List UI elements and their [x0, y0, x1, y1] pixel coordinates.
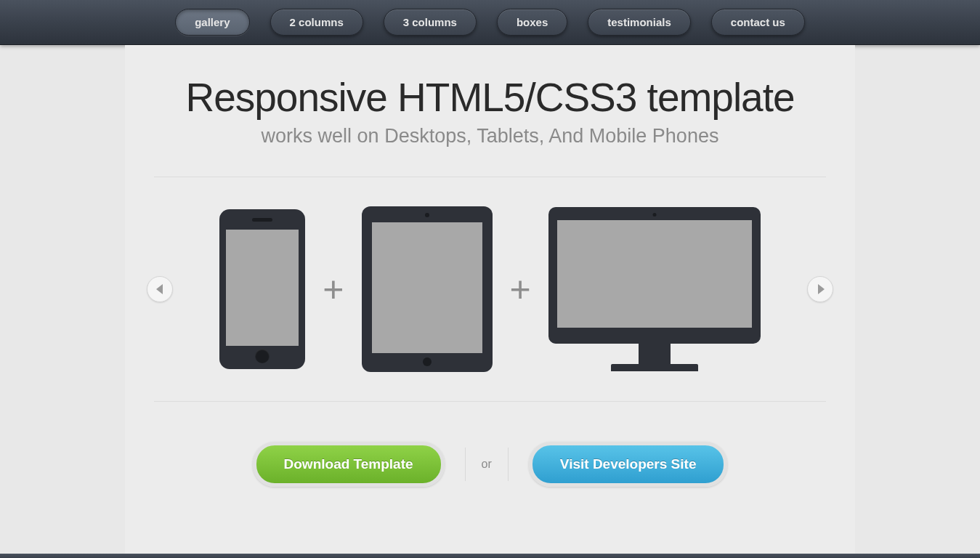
monitor-stand: [639, 344, 671, 364]
device-illustration: + +: [219, 206, 760, 372]
phone-home-button: [255, 349, 270, 363]
nav-2-columns[interactable]: 2 columns: [270, 9, 363, 36]
arrow-left-icon: [156, 284, 163, 294]
nav-3-columns[interactable]: 3 columns: [384, 9, 477, 36]
main-content: Responsive HTML5/CSS3 template works wel…: [125, 45, 855, 554]
nav-contact-us[interactable]: contact us: [711, 9, 805, 36]
nav-gallery[interactable]: gallery: [175, 9, 249, 36]
device-slider: + +: [154, 177, 826, 402]
monitor-body: [548, 207, 761, 344]
tablet-screen: [372, 222, 482, 353]
visit-developers-site-button[interactable]: Visit Developers Site: [529, 442, 728, 487]
arrow-right-icon: [818, 284, 825, 294]
page-subtitle: works well on Desktops, Tablets, And Mob…: [125, 125, 855, 147]
tablet-home-button: [423, 357, 432, 366]
slider-next-button[interactable]: [807, 276, 833, 302]
top-nav: gallery 2 columns 3 columns boxes testim…: [0, 0, 980, 45]
slider-prev-button[interactable]: [147, 276, 173, 302]
cta-row: Download Template or Visit Developers Si…: [125, 442, 855, 487]
monitor-screen: [557, 220, 752, 328]
page-title: Responsive HTML5/CSS3 template: [125, 74, 855, 121]
footer-bar: [0, 554, 980, 558]
phone-screen: [226, 230, 299, 346]
monitor-icon: [548, 207, 761, 371]
nav-boxes[interactable]: boxes: [497, 9, 567, 36]
or-separator: or: [465, 448, 509, 481]
download-template-button[interactable]: Download Template: [253, 442, 445, 487]
nav-testimonials[interactable]: testimonials: [588, 9, 691, 36]
monitor-base: [611, 364, 698, 371]
tablet-icon: [362, 206, 493, 372]
plus-icon: +: [510, 268, 531, 310]
plus-icon: +: [323, 268, 344, 310]
phone-icon: [219, 209, 305, 369]
